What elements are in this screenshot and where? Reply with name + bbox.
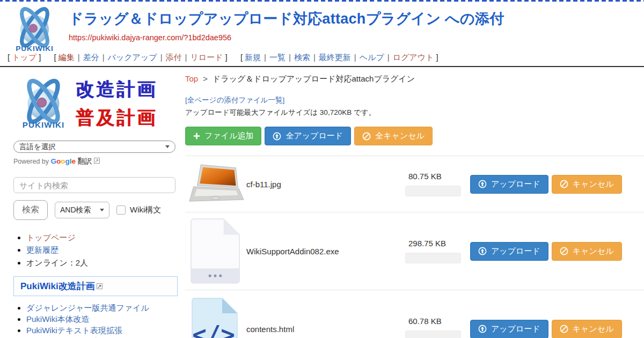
list-item: オンライン：2人 [26,257,180,268]
search-mode-select[interactable]: AND検索 [55,202,109,218]
search-button[interactable]: 検索 [13,200,48,220]
nav-link-diff[interactable]: 差分 [83,53,99,62]
html-file-icon: </> [190,297,241,338]
cancel-label: キャンセル [573,179,614,189]
list-item: ダジャレンジャー版共通ファイル [26,303,180,313]
generic-file-icon [189,217,241,285]
cancel-circle-icon [560,247,568,255]
external-link-icon: ↗ [97,283,103,289]
laptop-photo-thumbnail [185,163,245,205]
translate-link[interactable]: 翻訳 [78,157,92,165]
site-search-input[interactable] [13,177,175,193]
chevron-down-icon [100,209,104,211]
file-size: 80.75 KB [405,172,463,181]
cancel-circle-icon [560,325,568,333]
sidebar-link-core-mod[interactable]: PukiWiki本体改造 [26,314,90,324]
add-files-button[interactable]: ファイル追加 [185,127,261,145]
wiki-syntax-checkbox[interactable] [116,205,126,215]
file-size: 298.75 KB [405,239,463,248]
nav-link-recent[interactable]: 最終更新 [319,53,351,62]
nav-group-page-actions: [編集|差分|バックアップ|添付|リロード] [52,53,230,62]
list-item: PukiWikiテキスト表現拡張 [26,325,180,335]
logo-slogan-line2: 普及計画 [76,104,157,132]
nav-group-site-actions: [新規|一覧|検索|最終更新|ヘルプ|ログアウト] [238,53,441,62]
logo-brand-text: PUKIWIKI [16,45,53,53]
sidebar-links-top: トップページ 更新履歴 オンライン：2人 [13,232,180,268]
nav-separator: | [103,53,105,62]
wiki-syntax-label: Wiki構文 [130,205,161,215]
sidebar-section-pukiwiki-kaizou[interactable]: PukiWiki改造計画↗ [13,276,178,296]
list-item: トップページ [26,232,180,243]
cancel-all-button[interactable]: 全キャンセル [354,127,433,145]
sidebar-link-common-files[interactable]: ダジャレンジャー版共通ファイル [26,303,149,312]
logo-brand-text: PUKIWIKI [23,120,65,129]
bracket: ] [436,53,438,62]
breadcrumb-separator: > [203,74,208,83]
upload-label: アップロード [491,324,540,334]
cancel-button[interactable]: キャンセル [552,320,622,338]
cancel-button[interactable]: キャンセル [552,242,622,261]
cancel-button[interactable]: キャンセル [552,175,622,194]
max-upload-size-note: アップロード可能最大ファイルサイズは 30,720KB です。 [185,108,644,117]
file-name: cf-b11.jpg [245,180,405,189]
file-thumbnail [185,163,245,205]
nav-separator: | [185,53,187,62]
upload-button[interactable]: アップロード [470,242,548,261]
nav-link-new[interactable]: 新規 [245,53,261,62]
upload-all-label: 全アップロード [286,131,343,141]
upload-progress-bar [405,253,461,263]
nav-link-help[interactable]: ヘルプ [360,53,384,62]
svg-text:</>: </> [192,321,235,338]
upload-button[interactable]: アップロード [470,175,548,194]
breadcrumb-home-link[interactable]: Top [185,74,198,83]
sidebar-link-text-ext[interactable]: PukiWikiテキスト表現拡張 [26,326,122,335]
pukiwiki-atom-logo[interactable]: PUKIWIKI [6,4,63,57]
sidebar-link-history[interactable]: 更新履歴 [26,245,58,254]
table-row: WikiSupportAddin082.exe 298.75 KB アップロード… [185,212,644,290]
nav-link-list[interactable]: 一覧 [269,53,286,62]
add-files-label: ファイル追加 [204,131,253,141]
bracket: ] [225,53,228,62]
upload-circle-icon [478,325,487,333]
nav-link-search[interactable]: 検索 [294,53,310,62]
cancel-all-label: 全キャンセル [375,131,425,141]
file-thumbnail [185,217,245,285]
atom-icon: PUKIWIKI [6,4,63,55]
section-box-label: PukiWiki改造計画 [20,281,95,291]
cancel-label: キャンセル [573,324,614,334]
language-select-value: 言語を選択 [19,142,56,152]
google-translate-credit: Powered by Google 翻訳↗ [13,157,180,166]
logo-slogan: 改造計画 普及計画 [76,75,157,131]
upload-button[interactable]: アップロード [470,320,548,338]
nav-separator: | [289,53,291,62]
bracket: [ [240,53,243,62]
upload-circle-icon [478,247,487,255]
upload-progress-bar [405,330,461,338]
sidebar-site-logo[interactable]: PUKIWIKI 改造計画 普及計画 [13,75,180,133]
cancel-label: キャンセル [573,246,614,256]
breadcrumb: Top>ドラッグ＆ドロップアップロード対応attachプラグイン [185,74,644,84]
file-thumbnail: </> [185,297,245,338]
nav-link-reload[interactable]: リロード [190,53,223,62]
list-item: PukiWiki本体改造 [26,314,180,324]
upload-circle-icon [273,132,281,141]
top-navigation: [トップ] [編集|差分|バックアップ|添付|リロード] [新規|一覧|検索|最… [0,51,644,67]
all-pages-attach-list-link[interactable]: [全ページの添付ファイル一覧] [185,95,284,105]
nav-link-attach[interactable]: 添付 [166,53,182,62]
page-title: ドラッグ＆ドロップアップロード対応attachプラグイン への添付 [69,9,644,28]
sidebar-link-toppage[interactable]: トップページ [26,233,76,242]
nav-link-backup[interactable]: バックアップ [108,53,157,62]
upload-label: アップロード [491,179,540,189]
file-name: WikiSupportAddin082.exe [245,247,405,256]
page-header: PUKIWIKI ドラッグ＆ドロップアップロード対応attachプラグイン への… [0,2,644,51]
nav-separator: | [387,53,390,62]
sidebar: PUKIWIKI 改造計画 普及計画 言語を選択 Powered by Goog… [0,67,180,338]
upload-all-button[interactable]: 全アップロード [265,127,351,145]
upload-label: アップロード [491,246,540,256]
table-row: </> contents.html 60.78 KB アップロード キャンセル [185,290,644,338]
search-mode-value: AND検索 [60,205,91,215]
language-select[interactable]: 言語を選択 [13,141,175,153]
nav-link-logout[interactable]: ログアウト [393,53,434,62]
page-url[interactable]: https://pukiwiki.dajya-ranger.com/?1bd2d… [69,33,644,42]
main-content: Top>ドラッグ＆ドロップアップロード対応attachプラグイン [全ページの添… [180,67,644,338]
